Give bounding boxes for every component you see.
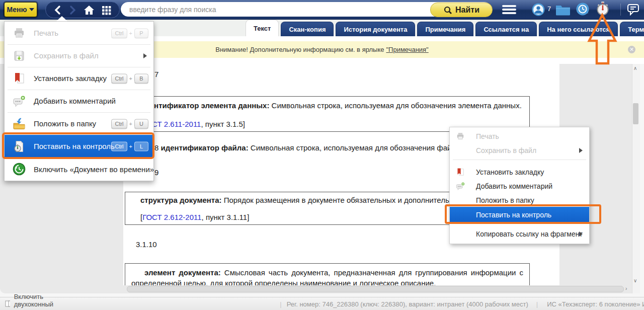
context-separator bbox=[453, 160, 586, 160]
tab-terms[interactable]: Термины bbox=[620, 22, 644, 36]
menu-pointer bbox=[56, 16, 67, 21]
context-item-label: Поставить на контроль bbox=[476, 211, 551, 219]
document-stopwatch-icon bbox=[13, 140, 26, 153]
submenu-arrow-icon bbox=[143, 53, 147, 58]
grid-apps-icon[interactable] bbox=[101, 5, 112, 16]
submenu-arrow-icon bbox=[579, 148, 583, 153]
toolbar-separator bbox=[620, 4, 621, 16]
tab-notes[interactable]: Примечания bbox=[417, 22, 473, 36]
floppy-save-icon bbox=[13, 49, 26, 62]
section-number: 3.1.10 bbox=[136, 240, 157, 249]
printer-icon bbox=[13, 27, 26, 40]
scroll-right-icon[interactable]: › bbox=[625, 286, 627, 291]
scroll-down-icon[interactable]: ∨ bbox=[633, 278, 637, 283]
status-gap bbox=[0, 293, 644, 297]
tab-scan-copy[interactable]: Скан-копия bbox=[281, 22, 334, 36]
forward-icon[interactable] bbox=[69, 5, 77, 16]
definition-box: элемент документа: Смысловая часть докум… bbox=[125, 263, 530, 285]
gost-link[interactable]: ГОСТ 2.612-2011 bbox=[142, 213, 201, 221]
menu-item-label: Сохранить в файл bbox=[34, 51, 99, 60]
history-clock-icon[interactable] bbox=[576, 2, 590, 16]
chevron-down-icon bbox=[29, 8, 34, 11]
version-info: ИС «Техэксперт: 6 поколение» Интранет v.… bbox=[547, 300, 644, 308]
menu-item-label: Добавить комментарий bbox=[34, 97, 116, 105]
menu-item-print[interactable]: Печать Ctrl+P bbox=[5, 22, 153, 44]
comments-panel-icon[interactable] bbox=[627, 4, 640, 16]
context-menu: Печать Сохранить в файл Установить закла… bbox=[449, 127, 590, 244]
shortcut-key: Ctrl bbox=[111, 73, 127, 83]
shortcut-key: Ctrl bbox=[111, 28, 127, 38]
context-item-put-in-folder[interactable]: Положить в папку bbox=[450, 193, 589, 207]
menu-item-save-to-file[interactable]: Сохранить в файл bbox=[5, 44, 153, 67]
notice-notes-link[interactable]: "Примечания" bbox=[386, 46, 428, 53]
user-count-badge: 7 bbox=[547, 5, 551, 13]
back-icon[interactable] bbox=[53, 5, 63, 16]
menu-item-label: Положить в папку bbox=[34, 119, 96, 128]
context-item-label: Положить в папку bbox=[476, 196, 534, 204]
tab-label: Текст bbox=[254, 25, 271, 32]
menu-item-add-comment[interactable]: Добавить комментарий bbox=[5, 90, 153, 112]
context-item-label: Установить закладку bbox=[476, 168, 544, 176]
menu-item-label: Установить закладку bbox=[34, 74, 107, 83]
context-item-label: Добавить комментарий bbox=[476, 182, 552, 190]
shortcut-key: Ctrl bbox=[111, 119, 127, 128]
menu-item-label: Поставить на контроль bbox=[34, 142, 115, 150]
find-button[interactable]: Найти bbox=[430, 3, 493, 17]
top-toolbar: Меню Найти 7 bbox=[0, 0, 644, 20]
context-item-save-to-file[interactable]: Сохранить в файл bbox=[450, 143, 589, 158]
submenu-arrow-icon bbox=[579, 231, 583, 237]
tab-referenced-by[interactable]: На него ссылаются bbox=[539, 22, 618, 36]
menu-item-document-in-time[interactable]: Включить «Документ во времени» bbox=[5, 158, 153, 181]
context-item-print[interactable]: Печать bbox=[450, 129, 589, 143]
hamburger-menu-icon[interactable] bbox=[502, 5, 516, 16]
menu-item-set-bookmark[interactable]: Установить закладку Ctrl+B bbox=[5, 67, 153, 90]
vertical-scrollbar[interactable] bbox=[632, 64, 640, 293]
context-item-add-comment[interactable]: Добавить комментарий bbox=[450, 179, 589, 193]
menu-item-put-in-folder[interactable]: Положить в папку Ctrl+U bbox=[5, 112, 153, 135]
dual-window-label: Включить двухоконный режим bbox=[14, 293, 59, 310]
user-profile-icon[interactable] bbox=[531, 3, 545, 17]
menu-item-set-on-control[interactable]: Поставить на контроль Ctrl+L bbox=[5, 135, 153, 158]
tab-references-to[interactable]: Ссылается на bbox=[475, 22, 537, 36]
scroll-up-icon[interactable]: ∧ bbox=[633, 66, 637, 71]
notice-close-icon[interactable]: ✕ bbox=[628, 46, 635, 53]
horizontal-scrollbar-thumb[interactable] bbox=[127, 286, 624, 292]
term-bold: идентификатор элемента данных: bbox=[140, 101, 269, 110]
definition-paragraph: элемент документа: Смысловая часть докум… bbox=[125, 264, 529, 285]
tab-label: Примечания bbox=[425, 26, 465, 33]
main-menu-button-label: Меню bbox=[7, 6, 27, 14]
tab-label: Термины bbox=[628, 26, 644, 33]
context-item-label: Сохранить в файл bbox=[476, 146, 536, 154]
vertical-scrollbar-thumb[interactable] bbox=[633, 103, 638, 124]
dual-window-toggle[interactable]: Включить двухоконный режим bbox=[5, 293, 58, 310]
context-item-set-on-control[interactable]: Поставить на контроль bbox=[450, 207, 589, 222]
definition-line-inline: 3.1.8 идентификатор файла: Символьная ст… bbox=[142, 143, 462, 152]
term-bold: элемент документа: bbox=[144, 268, 221, 277]
context-item-label: Копировать ссылку на фрагмент bbox=[476, 230, 583, 238]
tab-label: Скан-копия bbox=[289, 26, 326, 33]
tab-label: История документа bbox=[344, 26, 407, 33]
bookmark-icon bbox=[13, 72, 26, 85]
term-body: Символьная строка, используемая для обоз… bbox=[249, 143, 462, 152]
context-item-copy-fragment-link[interactable]: Копировать ссылку на фрагмент bbox=[450, 227, 589, 241]
search-icon bbox=[443, 6, 452, 15]
status-bar: Включить двухоконный режим | Рег. номер:… bbox=[0, 297, 644, 310]
tab-document-history[interactable]: История документа bbox=[336, 22, 415, 36]
menu-item-label: Печать bbox=[34, 29, 58, 37]
term-bold: идентификатор файла: bbox=[161, 143, 249, 152]
shortcut-key: B bbox=[134, 73, 148, 83]
notice-text: Внимание! Дополнительную информацию см. … bbox=[215, 46, 384, 53]
folder-icon[interactable] bbox=[555, 4, 571, 16]
home-icon[interactable] bbox=[83, 5, 95, 16]
context-item-set-bookmark[interactable]: Установить закладку bbox=[450, 165, 589, 179]
tab-text[interactable]: Текст bbox=[246, 20, 279, 36]
definition-line: идентификатор элемента данных: Символьна… bbox=[125, 101, 529, 110]
time-machine-icon bbox=[13, 163, 26, 176]
find-button-label: Найти bbox=[455, 6, 479, 15]
dual-window-icon bbox=[5, 300, 10, 308]
main-dropdown-menu: Печать Ctrl+P Сохранить в файл Установит… bbox=[4, 21, 154, 181]
shortcut-key: U bbox=[134, 119, 148, 128]
main-menu-button[interactable]: Меню bbox=[4, 2, 37, 17]
stopwatch-icon[interactable] bbox=[596, 1, 610, 17]
bookmark-icon bbox=[456, 168, 465, 177]
